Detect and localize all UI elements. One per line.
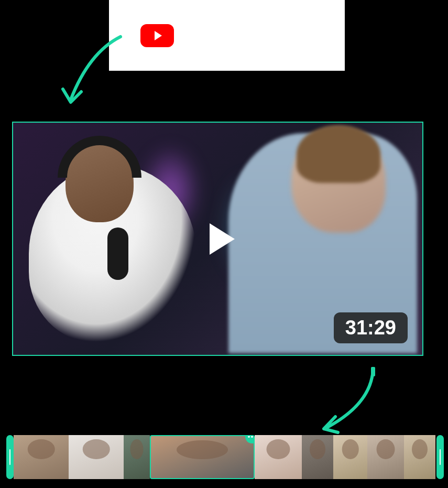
timeline-clip[interactable] <box>404 435 435 479</box>
timeline-handle-right[interactable] <box>436 435 444 479</box>
video-preview[interactable]: 31:29 <box>12 122 423 356</box>
timeline-clip[interactable] <box>255 435 302 479</box>
duration-badge: 31:29 <box>334 312 408 343</box>
arrow-down-icon <box>309 367 383 435</box>
timeline-handle-left[interactable] <box>6 435 14 479</box>
timeline-clip[interactable] <box>333 435 367 479</box>
play-icon[interactable] <box>210 223 235 255</box>
timeline-clip[interactable] <box>124 435 150 479</box>
timeline-clip-selected[interactable] <box>150 435 255 479</box>
source-card <box>109 0 345 71</box>
timeline[interactable] <box>6 431 444 483</box>
timeline-clip[interactable] <box>302 435 333 479</box>
timeline-clips <box>14 435 436 479</box>
clip-options-button[interactable] <box>245 435 255 443</box>
timeline-clip[interactable] <box>367 435 404 479</box>
timeline-clip[interactable] <box>69 435 124 479</box>
youtube-icon <box>140 24 174 47</box>
svg-rect-0 <box>371 367 375 376</box>
timeline-clip[interactable] <box>14 435 69 479</box>
